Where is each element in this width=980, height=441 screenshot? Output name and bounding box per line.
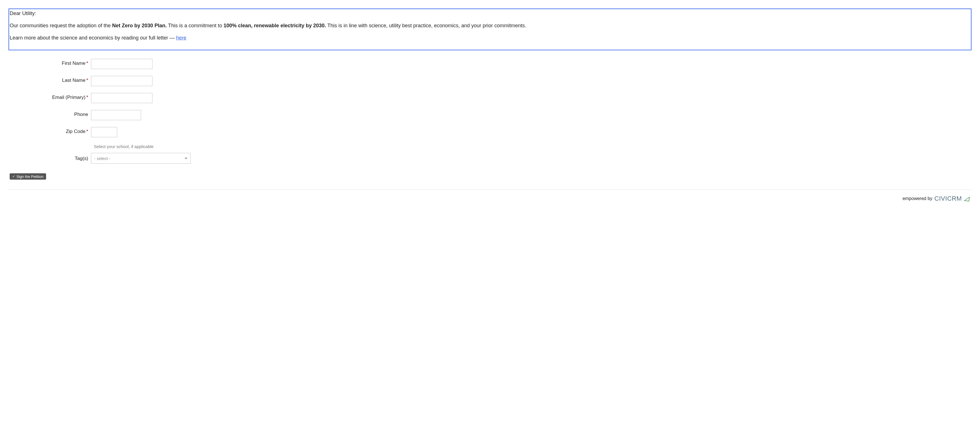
phone-label: Phone xyxy=(8,110,91,117)
first-name-row: First Name* xyxy=(8,59,972,69)
tags-help-text: Select your school, if applicable xyxy=(94,144,972,149)
intro-message-box: Dear Utility: Our communities request th… xyxy=(8,8,972,50)
zip-label: Zip Code* xyxy=(8,127,91,135)
email-input[interactable] xyxy=(91,93,153,103)
required-mark: * xyxy=(86,95,88,100)
empowered-by-text: empowered by xyxy=(903,196,932,201)
check-icon: ✓ xyxy=(12,174,15,178)
last-name-row: Last Name* xyxy=(8,76,972,86)
tags-select-placeholder: - select - xyxy=(94,156,111,161)
zip-input[interactable] xyxy=(91,127,117,137)
civicrm-logo[interactable]: CIVICRM xyxy=(934,195,970,202)
petition-page: Dear Utility: Our communities request th… xyxy=(0,0,980,208)
tags-select[interactable]: - select - xyxy=(91,153,191,164)
phone-row: Phone xyxy=(8,110,972,120)
sign-petition-button[interactable]: ✓ Sign the Petition xyxy=(10,173,46,179)
last-name-input[interactable] xyxy=(91,76,153,86)
intro-learn-more: Learn more about the science and economi… xyxy=(10,34,970,42)
civicrm-triangle-icon xyxy=(964,195,970,202)
last-name-label: Last Name* xyxy=(8,76,91,83)
full-letter-link[interactable]: here xyxy=(176,35,186,41)
tags-label: Tag(s) xyxy=(8,153,91,162)
footer: empowered by CIVICRM xyxy=(8,195,972,202)
required-mark: * xyxy=(86,78,88,83)
phone-input[interactable] xyxy=(91,110,141,120)
intro-greeting: Dear Utility: xyxy=(10,10,970,17)
zip-row: Zip Code* xyxy=(8,127,972,137)
first-name-label: First Name* xyxy=(8,59,91,66)
required-mark: * xyxy=(86,60,88,66)
required-mark: * xyxy=(86,129,88,134)
intro-body: Our communities request the adoption of … xyxy=(10,22,970,30)
tags-row: Tag(s) - select - xyxy=(8,153,972,164)
sign-petition-button-label: Sign the Petition xyxy=(16,174,43,179)
first-name-input[interactable] xyxy=(91,59,153,69)
email-row: Email (Primary)* xyxy=(8,93,972,103)
email-label: Email (Primary)* xyxy=(8,93,91,100)
